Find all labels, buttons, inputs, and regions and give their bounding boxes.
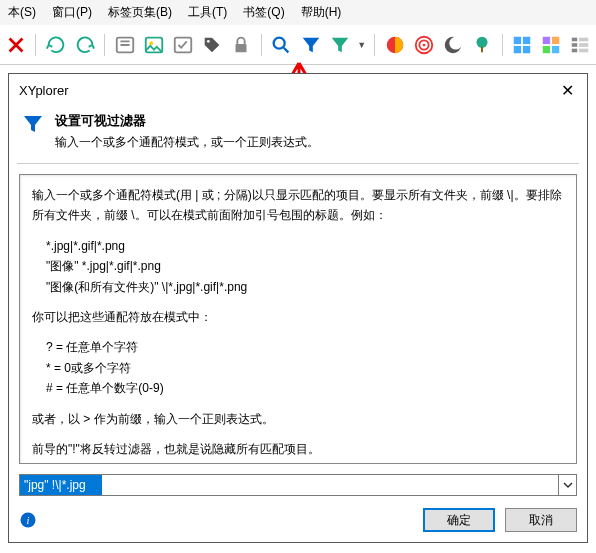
example-line: "图像" *.jpg|*.gif|*.png	[32, 256, 564, 276]
help-paragraph: 或者，以 > 作为前缀，输入一个正则表达式。	[32, 409, 564, 429]
filter-blue-icon[interactable]	[299, 32, 322, 58]
wildcard-line: ? = 任意单个字符	[32, 337, 564, 357]
svg-text:i: i	[27, 515, 30, 526]
menubar: 本(S) 窗口(P) 标签页集(B) 工具(T) 书签(Q) 帮助(H)	[0, 0, 596, 25]
svg-point-13	[477, 36, 488, 47]
menu-bookmarks[interactable]: 书签(Q)	[243, 4, 284, 21]
svg-rect-15	[514, 36, 521, 43]
undo-icon[interactable]	[44, 32, 67, 58]
dropdown-arrow-icon[interactable]: ▼	[357, 40, 366, 50]
separator	[374, 34, 375, 56]
info-icon[interactable]: i	[19, 511, 37, 529]
dialog-header-subtitle: 输入一个或多个通配符模式，或一个正则表达式。	[55, 134, 319, 151]
close-icon[interactable]	[4, 32, 27, 58]
separator	[502, 34, 503, 56]
svg-rect-19	[543, 36, 550, 43]
separator	[35, 34, 36, 56]
svg-rect-20	[552, 36, 559, 43]
menu-script[interactable]: 本(S)	[8, 4, 36, 21]
svg-point-2	[149, 41, 153, 45]
grid-detail-icon[interactable]	[540, 32, 563, 58]
cancel-button[interactable]: 取消	[505, 508, 577, 532]
dialog-title-text: XYplorer	[19, 83, 69, 98]
moon-icon[interactable]	[441, 32, 464, 58]
help-paragraph: 输入一个或多个通配符模式(用 | 或 ; 分隔)以只显示匹配的项目。要显示所有文…	[32, 185, 564, 226]
lock-icon[interactable]	[230, 32, 253, 58]
menu-window[interactable]: 窗口(P)	[52, 4, 92, 21]
color-red-icon[interactable]	[383, 32, 406, 58]
dialog-titlebar: XYplorer ✕	[9, 74, 587, 106]
svg-rect-25	[572, 43, 578, 47]
filter-dialog: XYplorer ✕ 设置可视过滤器 输入一个或多个通配符模式，或一个正则表达式…	[8, 73, 588, 543]
input-dropdown-button[interactable]	[559, 474, 577, 496]
svg-rect-27	[572, 48, 578, 52]
ok-button[interactable]: 确定	[423, 508, 495, 532]
svg-point-10	[422, 43, 425, 46]
help-paragraph: 前导的"!"将反转过滤器，也就是说隐藏所有匹配项目。	[32, 439, 564, 459]
redo-icon[interactable]	[73, 32, 96, 58]
svg-rect-18	[523, 45, 530, 52]
separator	[104, 34, 105, 56]
checkbox-panel-icon[interactable]	[171, 32, 194, 58]
svg-rect-16	[523, 36, 530, 43]
svg-rect-5	[236, 44, 247, 52]
divider	[17, 163, 579, 164]
help-text-box: 输入一个或多个通配符模式(用 | 或 ; 分隔)以只显示匹配的项目。要显示所有文…	[19, 174, 577, 464]
svg-rect-21	[543, 45, 550, 52]
funnel-icon	[21, 112, 45, 136]
target-icon[interactable]	[412, 32, 435, 58]
menu-tabsets[interactable]: 标签页集(B)	[108, 4, 172, 21]
svg-rect-28	[579, 48, 588, 52]
filter-input-row	[19, 474, 577, 496]
svg-rect-23	[572, 37, 578, 41]
toolbar: ▼	[0, 25, 596, 65]
svg-rect-17	[514, 45, 521, 52]
tree-icon[interactable]	[470, 32, 493, 58]
menu-help[interactable]: 帮助(H)	[301, 4, 342, 21]
image-preview-icon[interactable]	[142, 32, 165, 58]
dialog-header-title: 设置可视过滤器	[55, 113, 146, 128]
filter-green-icon[interactable]	[328, 32, 351, 58]
dialog-close-button[interactable]: ✕	[557, 80, 577, 100]
example-line: "图像(和所有文件夹)" \|*.jpg|*.gif|*.png	[32, 277, 564, 297]
filter-panel-icon[interactable]	[113, 32, 136, 58]
svg-rect-14	[481, 46, 483, 52]
help-paragraph: 你可以把这些通配符放在模式中：	[32, 307, 564, 327]
separator	[261, 34, 262, 56]
filter-input[interactable]	[19, 474, 559, 496]
dialog-header: 设置可视过滤器 输入一个或多个通配符模式，或一个正则表达式。	[9, 106, 587, 163]
svg-rect-26	[579, 43, 588, 47]
tag-icon[interactable]	[201, 32, 224, 58]
svg-point-4	[207, 39, 210, 42]
wildcard-line: * = 0或多个字符	[32, 358, 564, 378]
svg-rect-24	[579, 37, 588, 41]
svg-point-12	[449, 36, 462, 49]
example-line: *.jpg|*.gif|*.png	[32, 236, 564, 256]
dialog-button-row: i 确定 取消	[9, 500, 587, 542]
wildcard-line: # = 任意单个数字(0-9)	[32, 378, 564, 398]
search-icon[interactable]	[270, 32, 293, 58]
svg-point-6	[274, 37, 285, 48]
menu-tools[interactable]: 工具(T)	[188, 4, 227, 21]
grid-blue-icon[interactable]	[510, 32, 533, 58]
grid-list-icon[interactable]	[569, 32, 592, 58]
svg-rect-22	[552, 45, 559, 52]
